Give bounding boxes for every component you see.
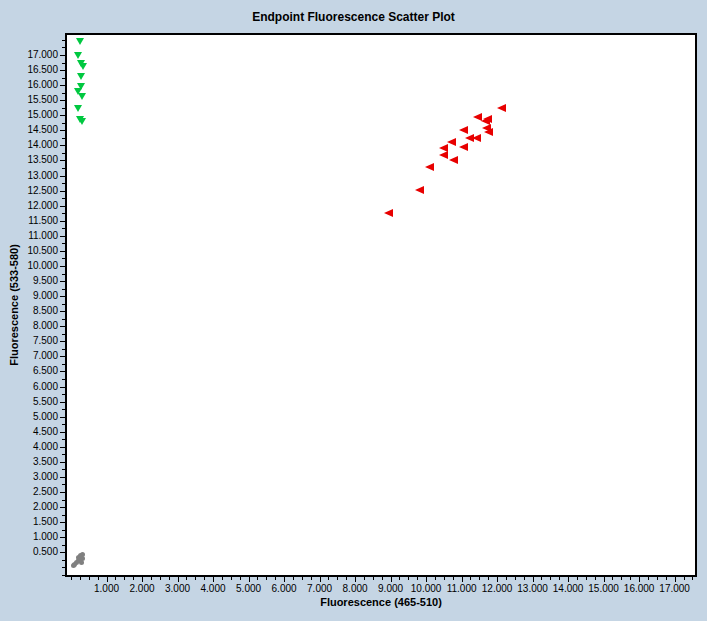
marker-red-triangles <box>439 151 448 159</box>
x-axis-tick <box>568 577 569 582</box>
x-axis-tick <box>142 577 143 582</box>
marker-red-triangles <box>472 134 481 142</box>
y-tick-label: 13.500 <box>20 154 58 165</box>
marker-red-triangles <box>425 163 434 171</box>
x-axis-tick <box>488 577 489 580</box>
x-axis-tick <box>355 577 356 582</box>
y-tick-label: 6.000 <box>20 381 58 392</box>
y-tick-label: 14.000 <box>20 139 58 150</box>
x-axis-tick <box>266 577 267 580</box>
x-axis-tick <box>515 577 516 580</box>
plot-area[interactable] <box>65 33 697 577</box>
y-tick-label: 12.000 <box>20 200 58 211</box>
x-axis-tick <box>275 577 276 580</box>
y-tick-label: 4.000 <box>20 441 58 452</box>
x-tick-label: 10.000 <box>404 583 448 594</box>
x-axis-tick <box>337 577 338 580</box>
marker-red-triangles <box>415 186 424 194</box>
x-tick-label: 8.000 <box>333 583 377 594</box>
marker-red-triangles <box>459 143 468 151</box>
x-axis-tick <box>346 577 347 580</box>
marker-red-triangles <box>497 104 506 112</box>
x-axis-tick <box>320 577 321 582</box>
x-tick-label: 16.000 <box>617 583 661 594</box>
x-axis-tick <box>124 577 125 580</box>
y-tick-label: 11.500 <box>20 215 58 226</box>
y-tick-label: 15.500 <box>20 94 58 105</box>
x-tick-label: 1.000 <box>85 583 129 594</box>
y-tick-label: 5.500 <box>20 396 58 407</box>
y-tick-label: 9.000 <box>20 290 58 301</box>
x-axis-tick <box>178 577 179 582</box>
x-axis-tick <box>240 577 241 580</box>
x-axis-tick <box>311 577 312 580</box>
y-tick-label: 0.500 <box>20 546 58 557</box>
y-tick-label: 5.000 <box>20 411 58 422</box>
x-axis-tick <box>550 577 551 580</box>
x-axis-tick <box>284 577 285 582</box>
x-axis-title: Fluorescence (465-510) <box>65 596 697 608</box>
x-axis-tick <box>559 577 560 580</box>
x-axis-tick <box>231 577 232 580</box>
x-axis-tick <box>151 577 152 580</box>
x-axis-tick <box>541 577 542 580</box>
x-tick-label: 7.000 <box>298 583 342 594</box>
x-tick-label: 6.000 <box>262 583 306 594</box>
y-tick-label: 6.500 <box>20 365 58 376</box>
marker-green-triangles <box>74 105 82 112</box>
x-axis-tick <box>506 577 507 580</box>
x-axis-tick <box>417 577 418 580</box>
x-axis-tick <box>479 577 480 580</box>
x-axis-tick <box>621 577 622 580</box>
marker-red-triangles <box>384 209 393 217</box>
x-axis-tick <box>604 577 605 582</box>
x-axis-tick <box>249 577 250 582</box>
x-axis-tick <box>373 577 374 580</box>
x-axis-tick <box>630 577 631 580</box>
y-tick-label: 3.500 <box>20 456 58 467</box>
y-tick-label: 1.500 <box>20 516 58 527</box>
x-axis-tick <box>612 577 613 580</box>
x-axis-tick <box>595 577 596 580</box>
x-axis-tick <box>160 577 161 580</box>
y-tick-label: 3.000 <box>20 471 58 482</box>
y-tick-label: 2.500 <box>20 486 58 497</box>
y-tick-label: 2.000 <box>20 501 58 512</box>
x-axis-tick <box>586 577 587 580</box>
x-tick-label: 4.000 <box>191 583 235 594</box>
x-tick-label: 15.000 <box>582 583 626 594</box>
y-tick-label: 15.000 <box>20 109 58 120</box>
endpoint-fluorescence-window: Endpoint Fluorescence Scatter Plot 1.000… <box>0 0 707 621</box>
y-tick-label: 7.500 <box>20 335 58 346</box>
x-axis-tick <box>533 577 534 582</box>
x-axis-tick <box>675 577 676 582</box>
x-axis-tick <box>71 577 72 580</box>
y-tick-label: 10.000 <box>20 260 58 271</box>
x-axis-tick <box>302 577 303 580</box>
x-axis-tick <box>470 577 471 580</box>
x-axis-tick <box>80 577 81 580</box>
x-tick-label: 12.000 <box>475 583 519 594</box>
x-axis-tick <box>195 577 196 580</box>
x-axis-tick <box>364 577 365 580</box>
x-axis-tick <box>115 577 116 580</box>
x-axis-tick <box>684 577 685 580</box>
x-axis-tick <box>222 577 223 580</box>
y-tick-label: 7.000 <box>20 350 58 361</box>
x-axis-tick <box>204 577 205 580</box>
y-tick-label: 17.000 <box>20 49 58 60</box>
x-axis-tick <box>648 577 649 580</box>
x-axis-tick <box>435 577 436 580</box>
marker-green-triangles <box>78 118 86 125</box>
marker-red-triangles <box>447 138 456 146</box>
x-axis-tick <box>98 577 99 580</box>
x-tick-label: 5.000 <box>227 583 271 594</box>
x-tick-label: 17.000 <box>653 583 697 594</box>
x-axis-tick <box>107 577 108 582</box>
x-axis-tick <box>169 577 170 580</box>
x-axis-tick <box>328 577 329 580</box>
x-axis-tick <box>426 577 427 582</box>
y-tick-label: 8.500 <box>20 305 58 316</box>
marker-green-triangles <box>79 63 87 70</box>
marker-green-triangles <box>74 52 82 59</box>
